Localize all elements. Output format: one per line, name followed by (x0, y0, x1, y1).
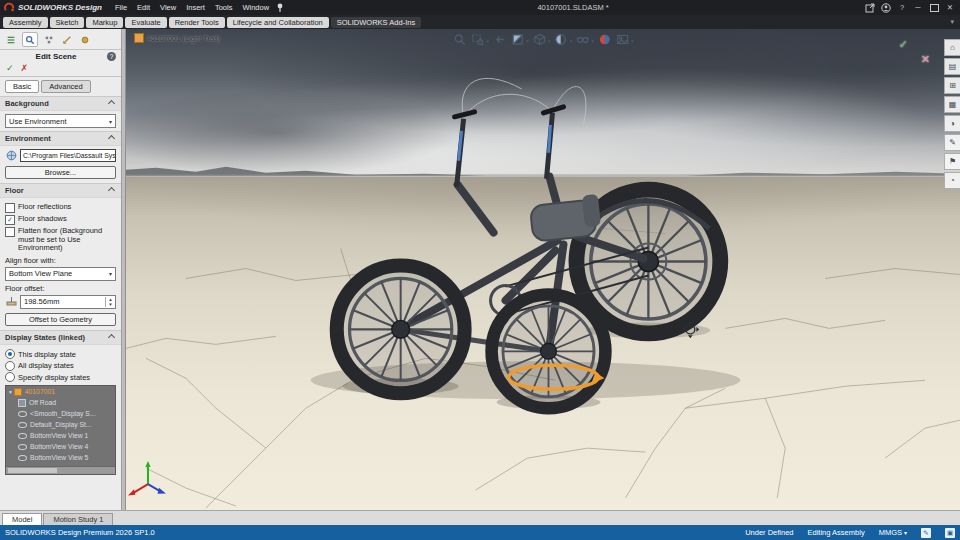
environment-path-input[interactable]: C:\Program Files\Dassault Systeme (20, 149, 116, 162)
menu-view[interactable]: View (155, 0, 181, 15)
launch-icon[interactable] (862, 0, 878, 15)
floor-shadows-checkbox[interactable]: ✓ (5, 215, 15, 225)
display-states-section-header[interactable]: Display States (linked) (0, 330, 121, 345)
account-icon[interactable] (878, 0, 894, 15)
floor-reflections-checkbox[interactable] (5, 203, 15, 213)
tab-markup[interactable]: Markup (86, 17, 123, 28)
close-icon[interactable]: ✕ (942, 0, 958, 15)
confirm-row: ✓ ✗ (0, 62, 121, 77)
tab-assembly[interactable]: Assembly (3, 17, 48, 28)
eye-icon (18, 455, 27, 461)
tab-advanced[interactable]: Advanced (41, 80, 90, 93)
home-icon[interactable]: ⌂ (944, 39, 960, 56)
scrollbar-thumb[interactable] (8, 468, 57, 473)
tree-item[interactable]: <Smooth_Display S... (6, 408, 115, 419)
resources-icon[interactable]: ◔ (944, 172, 960, 189)
minimize-icon[interactable]: ─ (910, 0, 926, 15)
menu-window[interactable]: Window (237, 0, 274, 15)
floor-section-header[interactable]: Floor (0, 183, 121, 198)
align-floor-dropdown[interactable]: Bottom View Plane ▾ (5, 267, 116, 281)
dimxpertmanager-tab-icon[interactable] (60, 33, 74, 46)
ribbon-pin-icon[interactable]: ▾ (950, 18, 960, 26)
chevron-down-icon[interactable]: ▾ (631, 38, 634, 44)
breadcrumb[interactable]: 40107001 (Light Trail) (134, 33, 220, 43)
help-icon[interactable]: ? (894, 0, 910, 15)
chevron-down-icon[interactable]: ▾ (570, 38, 573, 44)
browse-button[interactable]: Browse... (5, 166, 116, 179)
tab-sketch[interactable]: Sketch (50, 17, 85, 28)
tab-evaluate[interactable]: Evaluate (125, 17, 166, 28)
maximize-icon[interactable] (926, 0, 942, 15)
specify-display-states-radio[interactable]: Specify display states (5, 372, 116, 382)
chevron-down-icon[interactable]: ▾ (591, 38, 594, 44)
flatten-floor-row[interactable]: Flatten floor (Background must be set to… (5, 227, 116, 253)
propertymanager-tab-icon[interactable] (22, 32, 38, 47)
ok-check-icon[interactable]: ✓ (6, 63, 14, 73)
tab-motion-study[interactable]: Motion Study 1 (43, 513, 113, 525)
floor-reflections-row[interactable]: Floor reflections (5, 203, 116, 213)
menu-pin-icon[interactable] (276, 3, 284, 13)
tag-icon[interactable]: ✎ (921, 528, 931, 538)
tray-icon[interactable]: ▣ (945, 528, 955, 538)
view-orientation-icon[interactable] (531, 31, 548, 47)
panel-help-icon[interactable]: ? (107, 52, 116, 61)
zoom-fit-icon[interactable] (451, 31, 468, 47)
expander-icon[interactable]: ▾ (9, 389, 12, 395)
edit-appearance-icon[interactable] (596, 31, 613, 47)
chevron-down-icon[interactable]: ▾ (486, 38, 489, 44)
view-settings-icon[interactable] (614, 31, 631, 47)
flatten-floor-checkbox[interactable] (5, 227, 15, 237)
units-selector[interactable]: MMGS ▾ (879, 528, 907, 537)
zoom-to-area-icon[interactable] (469, 31, 486, 47)
titlebar: SOLIDWORKS Design File Edit View Insert … (0, 0, 960, 15)
environment-section-header[interactable]: Environment (0, 131, 121, 146)
displaymanager-tab-icon[interactable] (78, 33, 92, 46)
previous-view-icon[interactable] (491, 31, 508, 47)
view-palette-icon[interactable]: ▦ (944, 96, 960, 113)
menu-tools[interactable]: Tools (210, 0, 238, 15)
tree-item[interactable]: BottomView View 5 (6, 452, 115, 463)
chevron-down-icon[interactable]: ▾ (526, 38, 529, 44)
design-library-icon[interactable]: ▤ (944, 58, 960, 75)
tab-basic[interactable]: Basic (5, 80, 39, 93)
forum-icon[interactable]: ⚑ (944, 153, 960, 170)
graphics-area[interactable]: 40107001 (Light Trail) ▾ ▾ ▾ (126, 29, 960, 510)
tab-model[interactable]: Model (2, 513, 42, 525)
background-section: Use Environment ▾ (0, 111, 121, 131)
menu-file[interactable]: File (110, 0, 132, 15)
reference-triad[interactable] (128, 461, 166, 495)
all-display-states-radio[interactable]: All display states (5, 361, 116, 371)
tree-item[interactable]: Off Road (6, 397, 115, 408)
display-states-list[interactable]: ▾ 40107001 Off Road <Smooth_Display S... (5, 385, 116, 475)
menu-insert[interactable]: Insert (181, 0, 210, 15)
featuremanager-tab-icon[interactable] (4, 33, 18, 46)
tab-lifecycle-collaboration[interactable]: Lifecycle and Collaboration (227, 17, 329, 28)
appearances-scenes-icon[interactable]: ◑ (944, 115, 960, 132)
tree-item[interactable]: BottomView View 1 (6, 430, 115, 441)
floor-offset-stepper[interactable]: 198.56mm ▲▼ (20, 295, 116, 309)
configurationmanager-tab-icon[interactable] (42, 33, 56, 46)
confirmation-cancel-icon[interactable]: ✕ (921, 53, 930, 66)
display-style-icon[interactable] (553, 31, 570, 47)
file-explorer-icon[interactable]: ⊞ (944, 77, 960, 94)
handcycle-model[interactable] (337, 107, 721, 408)
horizontal-scrollbar[interactable] (6, 466, 115, 474)
tree-item[interactable]: BottomView View 4 (6, 441, 115, 452)
tree-item[interactable]: ▾ 40107001 (6, 386, 115, 397)
this-display-state-radio[interactable]: This display state (5, 349, 116, 359)
background-dropdown[interactable]: Use Environment ▾ (5, 114, 116, 128)
cancel-x-icon[interactable]: ✗ (21, 63, 29, 73)
menu-edit[interactable]: Edit (132, 0, 155, 15)
tab-solidworks-add-ins[interactable]: SOLIDWORKS Add-Ins (331, 17, 421, 28)
tree-item[interactable]: Default_Display St... (6, 419, 115, 430)
confirmation-check-icon[interactable]: ✓ (899, 38, 908, 51)
section-view-icon[interactable] (509, 31, 526, 47)
chevron-down-icon[interactable]: ▾ (548, 38, 551, 44)
offset-to-geometry-button[interactable]: Offset to Geometry (5, 313, 116, 326)
custom-properties-icon[interactable]: ✎ (944, 134, 960, 151)
hide-show-items-icon[interactable] (574, 31, 591, 47)
stepper-arrows-icon[interactable]: ▲▼ (105, 297, 115, 307)
background-section-header[interactable]: Background (0, 96, 121, 111)
tab-render-tools[interactable]: Render Tools (169, 17, 225, 28)
floor-shadows-row[interactable]: ✓ Floor shadows (5, 215, 116, 225)
